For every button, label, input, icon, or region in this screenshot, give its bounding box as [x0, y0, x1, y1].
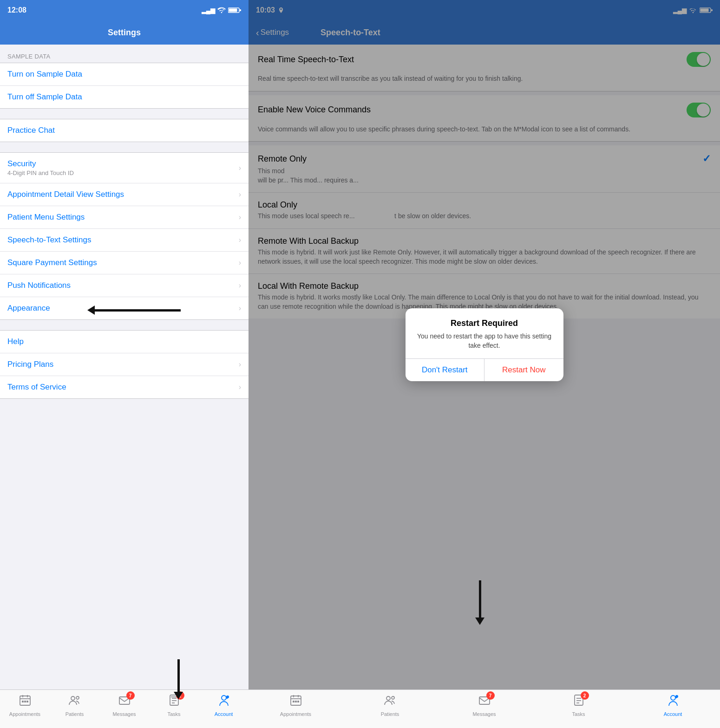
right-account-icon: +	[667, 694, 680, 710]
bottom-spacer	[0, 399, 249, 413]
right-tasks-label: Tasks	[572, 711, 585, 717]
security-item[interactable]: Security 4-Digit PIN and Touch ID ›	[0, 153, 249, 183]
left-nav-header: Settings	[0, 20, 249, 45]
battery-icon	[228, 7, 241, 13]
svg-rect-27	[293, 701, 295, 702]
main-settings-group: Security 4-Digit PIN and Touch ID › Appo…	[0, 152, 249, 320]
left-tab-patients[interactable]: Patients	[54, 694, 96, 717]
right-messages-badge: 7	[486, 691, 495, 700]
right-panel: 10:03 ▂▄▆ ‹ Settings Speech-to-Text	[249, 0, 720, 728]
svg-point-31	[392, 696, 394, 699]
svg-point-37	[671, 696, 675, 700]
svg-rect-29	[297, 701, 299, 702]
pricing-chevron: ›	[239, 360, 241, 369]
right-patients-label: Patients	[381, 711, 399, 717]
dont-restart-button[interactable]: Don't Restart	[406, 359, 485, 381]
spacer-2	[0, 142, 249, 152]
right-account-label: Account	[664, 711, 682, 717]
modal-title: Restart Required	[415, 318, 554, 328]
sample-data-group: Turn on Sample Data Turn off Sample Data	[0, 63, 249, 109]
right-tab-messages[interactable]: 7 Messages	[464, 694, 505, 717]
right-arrow-indicator	[475, 580, 484, 625]
patients-icon	[68, 694, 81, 710]
square-payment-item[interactable]: Square Payment Settings ›	[0, 252, 249, 274]
svg-rect-28	[295, 701, 297, 702]
account-label: Account	[215, 711, 233, 717]
help-item[interactable]: Help	[0, 331, 249, 353]
right-tab-patients[interactable]: Patients	[369, 694, 411, 717]
restart-now-button[interactable]: Restart Now	[484, 359, 563, 381]
square-chevron: ›	[239, 259, 241, 267]
svg-point-10	[71, 696, 75, 700]
down-arrow-indicator	[174, 659, 183, 699]
push-chevron: ›	[239, 281, 241, 290]
speech-to-text-item[interactable]: Speech-to-Text Settings ›	[0, 229, 249, 252]
svg-rect-2	[240, 9, 241, 11]
modal-body: Restart Required You need to restart the…	[406, 308, 563, 358]
right-tasks-badge: 2	[581, 691, 589, 700]
sample-data-header: SAMPLE DATA	[0, 45, 249, 63]
svg-point-11	[76, 696, 79, 699]
practice-chat-item[interactable]: Practice Chat	[0, 119, 249, 142]
tasks-label: Tasks	[167, 711, 180, 717]
svg-text:+: +	[675, 696, 677, 698]
messages-badge: 7	[126, 691, 135, 700]
right-tab-appointments[interactable]: Appointments	[275, 694, 317, 717]
turn-on-sample-data[interactable]: Turn on Sample Data	[0, 63, 249, 86]
right-tab-tasks[interactable]: 2 Tasks	[558, 694, 600, 717]
left-settings-content[interactable]: SAMPLE DATA Turn on Sample Data Turn off…	[0, 45, 249, 689]
left-arrow-indicator	[87, 306, 181, 315]
right-tab-account[interactable]: + Account	[652, 694, 694, 717]
left-tab-messages[interactable]: 7 Messages	[104, 694, 145, 717]
spacer-3	[0, 320, 249, 330]
appointment-detail-item[interactable]: Appointment Detail View Settings ›	[0, 183, 249, 206]
modal-actions: Don't Restart Restart Now	[406, 358, 563, 381]
appointment-chevron: ›	[239, 190, 241, 199]
svg-point-30	[386, 696, 390, 700]
right-patients-icon	[384, 694, 397, 710]
bottom-settings-group: Help Pricing Plans › Terms of Service ›	[0, 330, 249, 399]
spacer-1	[0, 109, 249, 119]
svg-rect-1	[229, 9, 237, 12]
left-tab-bar: Appointments Patients 7 Messag	[0, 689, 249, 728]
svg-rect-7	[22, 701, 24, 702]
left-panel: 12:08 ▂▄▆ Settings SAMPLE DATA Turn on S…	[0, 0, 249, 728]
security-chevron: ›	[239, 164, 241, 172]
right-tab-bar: Appointments Patients 7 Messag	[249, 689, 720, 728]
left-status-icons: ▂▄▆	[202, 7, 241, 14]
left-status-bar: 12:08 ▂▄▆	[0, 0, 249, 20]
patient-menu-chevron: ›	[239, 213, 241, 221]
terms-chevron: ›	[239, 383, 241, 391]
appointments-label: Appointments	[9, 711, 40, 717]
svg-point-17	[222, 696, 226, 700]
patients-label: Patients	[65, 711, 84, 717]
signal-icon: ▂▄▆	[202, 7, 215, 14]
pricing-plans-item[interactable]: Pricing Plans ›	[0, 353, 249, 376]
restart-required-modal: Restart Required You need to restart the…	[406, 308, 563, 381]
svg-rect-8	[24, 701, 26, 702]
right-appointments-label: Appointments	[280, 711, 311, 717]
practice-chat-group: Practice Chat	[0, 119, 249, 142]
left-time: 12:08	[7, 6, 26, 14]
left-nav-title: Settings	[108, 28, 141, 38]
patient-menu-item[interactable]: Patient Menu Settings ›	[0, 206, 249, 229]
right-appointments-icon	[289, 694, 302, 710]
appearance-chevron: ›	[239, 304, 241, 312]
right-messages-label: Messages	[472, 711, 496, 717]
push-notifications-item[interactable]: Push Notifications ›	[0, 274, 249, 297]
turn-off-sample-data[interactable]: Turn off Sample Data	[0, 86, 249, 108]
right-tasks-icon: 2	[572, 694, 585, 710]
appointments-icon	[19, 694, 32, 710]
terms-item[interactable]: Terms of Service ›	[0, 376, 249, 398]
account-icon: +	[217, 694, 230, 710]
wifi-icon	[217, 7, 226, 13]
messages-icon: 7	[118, 694, 131, 710]
right-messages-icon: 7	[478, 694, 491, 710]
svg-text:+: +	[226, 696, 228, 699]
messages-label: Messages	[112, 711, 136, 717]
modal-message: You need to restart the app to have this…	[415, 332, 554, 350]
left-tab-appointments[interactable]: Appointments	[4, 694, 46, 717]
svg-rect-9	[26, 701, 28, 702]
speech-chevron: ›	[239, 236, 241, 244]
left-tab-account[interactable]: + Account	[203, 694, 245, 717]
